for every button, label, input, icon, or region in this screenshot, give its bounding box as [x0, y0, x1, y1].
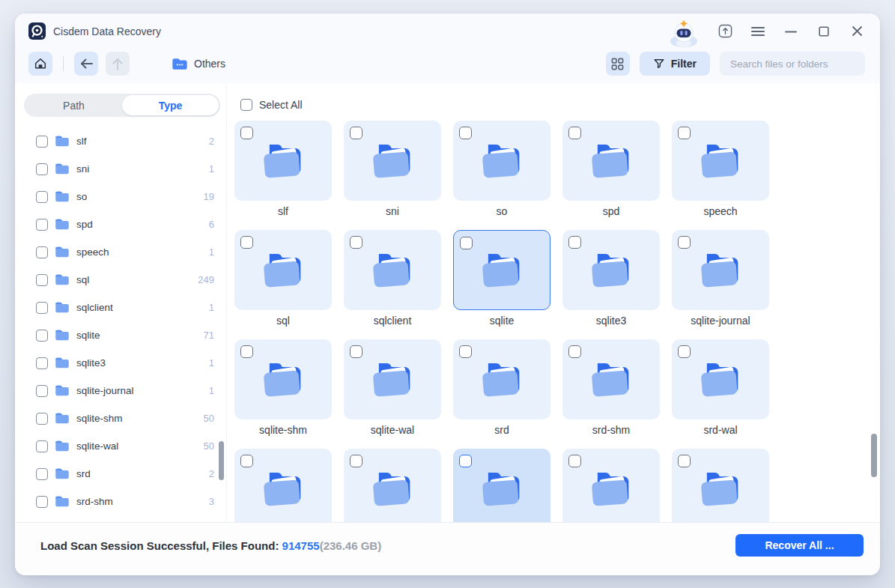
folder-card-checkbox[interactable] [568, 236, 581, 249]
sidebar-folder-item[interactable]: sqlite-wal 50 [24, 432, 220, 460]
folder-card[interactable]: slf [234, 121, 332, 219]
menu-icon[interactable] [750, 23, 766, 40]
folder-card-checkbox[interactable] [459, 455, 472, 467]
sidebar-folder-item[interactable]: sqlite-journal 1 [24, 377, 220, 404]
folder-card[interactable]: sql [234, 230, 332, 328]
folder-card-tile[interactable] [344, 339, 441, 419]
folder-card-checkbox[interactable] [459, 127, 472, 139]
folder-card[interactable] [562, 449, 660, 522]
folder-card-tile[interactable] [344, 230, 441, 310]
folder-card[interactable]: srd-wal [672, 339, 769, 437]
folder-card-tile[interactable] [234, 230, 332, 310]
folder-card[interactable]: sqlite3 [562, 230, 660, 328]
minimize-icon[interactable] [783, 23, 799, 40]
folder-card[interactable]: so [453, 121, 550, 219]
sidebar-folder-item[interactable]: sqlite 71 [24, 321, 220, 349]
folder-card-checkbox[interactable] [240, 345, 253, 358]
folder-card-checkbox[interactable] [568, 455, 581, 467]
sidebar-folder-item[interactable]: srd-shm 3 [24, 488, 220, 515]
folder-card-tile[interactable] [672, 121, 769, 201]
folder-card[interactable]: sqlite-wal [344, 339, 441, 437]
sidebar-folder-item[interactable]: so 19 [24, 183, 220, 210]
folder-card-checkbox[interactable] [568, 127, 581, 139]
folder-card-tile[interactable] [453, 339, 550, 419]
folder-card[interactable]: speech [672, 121, 769, 219]
folder-card-tile[interactable] [672, 339, 769, 419]
folder-card-tile[interactable] [344, 449, 441, 522]
folder-card-tile[interactable] [562, 121, 660, 201]
folder-card-checkbox[interactable] [678, 455, 691, 467]
folder-card-checkbox[interactable] [240, 455, 253, 467]
folder-card-checkbox[interactable] [350, 345, 362, 358]
folder-card-checkbox[interactable] [240, 127, 253, 139]
folder-checkbox[interactable] [36, 191, 48, 203]
sidebar-folder-item[interactable]: sqlite-shm 50 [24, 404, 220, 432]
search-input[interactable] [730, 58, 863, 70]
folder-checkbox[interactable] [36, 385, 48, 397]
sidebar-folder-item[interactable]: sqlclient 1 [24, 294, 220, 321]
sidebar-folder-item[interactable]: srd 2 [24, 460, 220, 488]
folder-card[interactable] [672, 449, 769, 522]
folder-card-checkbox[interactable] [460, 237, 473, 249]
folder-card-tile[interactable] [562, 449, 660, 522]
sidebar-folder-item[interactable]: spd 6 [24, 210, 220, 238]
folder-card[interactable]: sqlite-shm [234, 339, 332, 437]
folder-card-tile[interactable] [562, 339, 660, 419]
select-all-checkbox[interactable] [240, 99, 252, 111]
sidebar-folder-item[interactable]: speech 1 [24, 238, 220, 266]
folder-card-tile[interactable] [453, 449, 550, 522]
folder-checkbox[interactable] [36, 357, 48, 369]
close-icon[interactable] [849, 23, 865, 40]
filter-button[interactable]: Filter [640, 52, 710, 76]
up-button[interactable] [106, 52, 130, 76]
folder-checkbox[interactable] [36, 330, 48, 342]
folder-card[interactable]: srd-shm [562, 339, 660, 437]
sidebar-folder-item[interactable]: slf 2 [24, 127, 220, 155]
folder-card-checkbox[interactable] [459, 345, 472, 358]
tab-type[interactable]: Type [122, 95, 219, 115]
folder-card[interactable] [344, 449, 441, 522]
folder-card-tile[interactable] [234, 121, 332, 201]
back-button[interactable] [74, 52, 98, 76]
folder-checkbox[interactable] [36, 413, 48, 425]
folder-card-tile[interactable] [234, 339, 332, 419]
folder-card[interactable] [234, 449, 332, 522]
recover-all-button[interactable]: Recover All ... [735, 534, 864, 557]
folder-checkbox[interactable] [36, 468, 48, 480]
folder-checkbox[interactable] [36, 302, 48, 314]
folder-card[interactable]: spd [562, 121, 660, 219]
share-icon[interactable] [717, 23, 733, 40]
folder-checkbox[interactable] [36, 440, 48, 452]
main-scrollbar[interactable] [871, 434, 877, 477]
folder-checkbox[interactable] [36, 496, 48, 508]
search-box[interactable] [720, 52, 865, 76]
folder-card[interactable]: sni [344, 121, 441, 219]
folder-card-tile[interactable] [344, 121, 441, 201]
home-button[interactable] [28, 52, 52, 76]
robot-mascot-icon[interactable] [667, 19, 700, 49]
maximize-icon[interactable] [816, 23, 832, 40]
folder-card-tile[interactable] [453, 230, 550, 310]
folder-card-checkbox[interactable] [678, 236, 691, 249]
folder-checkbox[interactable] [36, 136, 48, 148]
folder-card-tile[interactable] [453, 121, 550, 201]
folder-card[interactable]: sqlclient [344, 230, 441, 328]
folder-card-tile[interactable] [562, 230, 660, 310]
folder-checkbox[interactable] [36, 163, 48, 175]
folder-card-checkbox[interactable] [678, 127, 691, 139]
sidebar-folder-item[interactable]: sql 249 [24, 266, 220, 294]
folder-card-checkbox[interactable] [240, 236, 253, 249]
grid-view-button[interactable] [606, 52, 630, 76]
sidebar-folder-item[interactable]: sni 1 [24, 155, 220, 183]
folder-card-tile[interactable] [672, 230, 769, 310]
folder-card-checkbox[interactable] [678, 345, 691, 358]
sidebar-scrollbar[interactable] [219, 441, 224, 480]
folder-checkbox[interactable] [36, 274, 48, 286]
folder-card-checkbox[interactable] [350, 127, 362, 139]
sidebar-folder-item[interactable]: sqlite3 1 [24, 349, 220, 377]
folder-card[interactable] [453, 449, 550, 522]
folder-checkbox[interactable] [36, 219, 48, 231]
folder-card-checkbox[interactable] [350, 455, 362, 467]
folder-card-tile[interactable] [234, 449, 332, 522]
folder-checkbox[interactable] [36, 246, 48, 258]
